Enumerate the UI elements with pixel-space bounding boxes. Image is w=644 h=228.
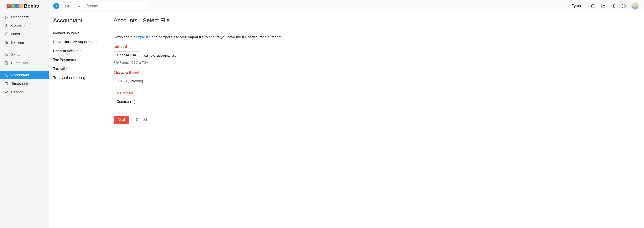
hint-text: and compare it to your import file to en… <box>150 35 282 39</box>
logo-letter: O <box>10 3 14 8</box>
svg-point-2 <box>6 56 6 56</box>
svg-point-4 <box>6 74 7 75</box>
gear-icon <box>611 3 616 8</box>
caret-down-icon[interactable] <box>82 5 85 7</box>
svg-point-10 <box>78 5 80 6</box>
sidebar-item-label: Banking <box>11 41 24 45</box>
search-input[interactable] <box>86 4 145 8</box>
notifications-button[interactable] <box>590 3 595 8</box>
sidebar-item-label: Timesheet <box>11 82 28 86</box>
help-button[interactable] <box>621 3 626 8</box>
chevron-down-icon <box>162 100 164 103</box>
brand-name: Books <box>24 3 39 9</box>
svg-point-1 <box>6 24 7 26</box>
timesheet-icon <box>4 81 8 86</box>
logo-letter: O <box>19 3 23 8</box>
subnav-item-chart-of-accounts[interactable]: Chart of Accounts <box>49 47 107 56</box>
logo-icon: Z O H O <box>7 4 22 8</box>
select-value: UTF-8 (Unicode) <box>116 79 143 83</box>
sidebar-item-accountant[interactable]: Accountant <box>0 71 48 79</box>
chevron-down-icon <box>42 4 45 7</box>
cancel-button[interactable]: Cancel <box>132 116 152 124</box>
logo-letter: Z <box>6 3 10 8</box>
reports-icon <box>4 90 8 94</box>
items-icon <box>4 32 8 36</box>
accountant-icon <box>4 73 8 77</box>
chevron-right-icon <box>43 62 46 64</box>
subnav-item-tax-adjustments[interactable]: Tax Adjustments <box>49 64 107 73</box>
org-switcher[interactable]: Zylker <box>572 4 585 8</box>
select-value: Comma ( , ) <box>116 100 135 104</box>
next-button[interactable]: Next <box>114 116 129 124</box>
character-encoding-label: Character Encoding <box>114 71 143 75</box>
user-avatar[interactable] <box>632 2 639 9</box>
sidebar-item-sales[interactable]: Sales <box>0 50 48 59</box>
page-title: Accounts - Select File <box>114 17 342 30</box>
subnav-item-manual-journals[interactable]: Manual Journals <box>49 29 107 38</box>
hint-text: Download a <box>114 35 134 39</box>
purchases-icon <box>4 61 8 65</box>
svg-point-13 <box>624 7 624 7</box>
dashboard-icon <box>4 15 8 19</box>
org-name: Zylker <box>572 4 582 8</box>
svg-point-3 <box>7 56 8 56</box>
character-encoding-select[interactable]: UTF-8 (Unicode) <box>114 77 167 85</box>
form-actions: Next Cancel <box>114 112 342 124</box>
import-hint: Download a sample file and compare it to… <box>114 35 342 39</box>
sidebar-item-label: Sales <box>11 53 20 57</box>
help-icon <box>621 3 626 8</box>
brand-switcher[interactable]: Z O H O Books <box>0 0 48 12</box>
sidebar-item-label: Purchases <box>11 61 28 65</box>
sidebar-item-banking[interactable]: Banking <box>0 38 48 47</box>
sidebar-item-label: Contacts <box>11 24 25 28</box>
nav-divider <box>0 47 48 50</box>
sidebar-item-dashboard[interactable]: Dashboard <box>0 13 48 21</box>
upload-file-label: Upload file <box>114 45 130 49</box>
choose-file-button[interactable]: Choose File <box>114 51 139 59</box>
file-delimiter-label: File Delimiter <box>114 91 133 96</box>
sidebar-item-label: Accountant <box>11 73 29 77</box>
settings-button[interactable] <box>611 3 616 8</box>
logo-letter: H <box>14 3 18 8</box>
sidebar-nav: Dashboard Contacts Items <box>0 13 48 96</box>
bell-icon <box>590 3 595 8</box>
topbar: Zylker <box>49 0 644 12</box>
sidebar-item-label: Items <box>11 32 20 36</box>
recent-history-button[interactable] <box>64 3 70 9</box>
sidebar-item-purchases[interactable]: Purchases <box>0 59 48 67</box>
secondary-nav: Accountant Manual Journals Base Currency… <box>49 12 107 228</box>
sales-icon <box>4 52 8 57</box>
chevron-down-icon <box>582 5 585 7</box>
sidebar-item-contacts[interactable]: Contacts <box>0 21 48 30</box>
sidebar-item-reports[interactable]: Reports <box>0 88 48 96</box>
chevron-down-icon <box>162 80 164 83</box>
quick-create-button[interactable] <box>53 3 60 9</box>
banking-icon <box>4 40 8 45</box>
plus-icon <box>54 4 58 8</box>
subnav-item-tax-payments[interactable]: Tax Payments <box>49 56 107 64</box>
global-search[interactable] <box>74 2 148 10</box>
main-content: Accounts - Select File Download a sample… <box>107 12 349 228</box>
primary-sidebar: Z O H O Books Dashboard Contacts <box>0 0 49 228</box>
file-delimiter-select[interactable]: Comma ( , ) <box>114 98 167 106</box>
subnav-item-base-currency-adjustments[interactable]: Base Currency Adjustments <box>49 38 107 47</box>
sidebar-item-label: Dashboard <box>11 15 28 19</box>
file-format-hint: File Format: CSV or TSV <box>114 61 342 64</box>
chevron-right-icon <box>43 53 46 56</box>
folder-icon <box>600 3 606 8</box>
search-icon <box>78 4 81 8</box>
nav-divider <box>0 67 48 71</box>
history-icon <box>64 3 69 8</box>
sidebar-item-label: Reports <box>11 90 24 94</box>
svg-point-11 <box>613 5 614 7</box>
sample-file-link[interactable]: sample file <box>134 35 150 39</box>
chosen-file-name: sample_accounts.csv <box>144 54 176 57</box>
secondary-nav-title: Accountant <box>49 17 107 29</box>
subnav-item-transaction-locking[interactable]: Transaction Locking <box>49 73 107 82</box>
files-button[interactable] <box>600 3 606 8</box>
svg-rect-5 <box>5 83 8 85</box>
sidebar-item-timesheet[interactable]: Timesheet <box>0 79 48 88</box>
chevron-right-icon <box>43 33 46 35</box>
sidebar-item-items[interactable]: Items <box>0 30 48 38</box>
contacts-icon <box>4 23 8 28</box>
